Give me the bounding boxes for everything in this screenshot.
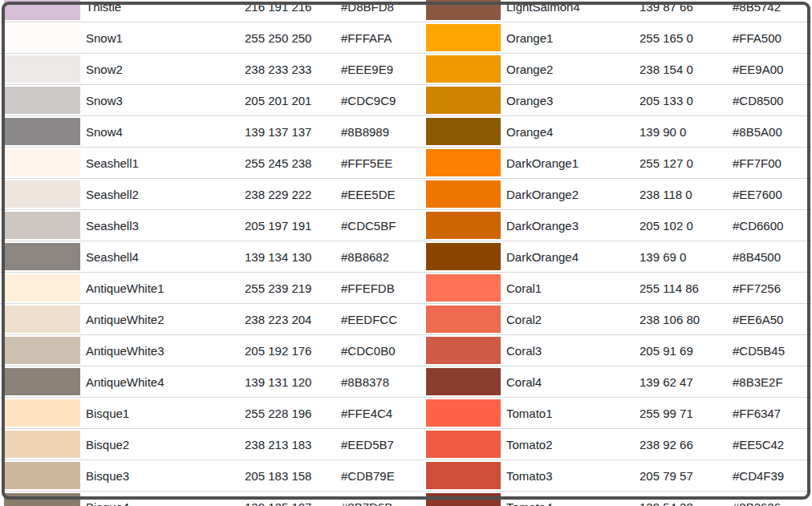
color-swatch [4,55,80,83]
color-rgb: 238 233 233 [239,54,335,85]
color-swatch [426,118,501,145]
color-swatch-cell [0,460,80,492]
table-row: Bisque4139 125 107#8B7D6BTomato4139 54 3… [0,492,812,506]
color-swatch [4,180,80,208]
color-rgb: 255 165 0 [634,22,727,54]
color-name: Coral1 [501,273,634,304]
color-swatch-cell [0,398,80,429]
color-swatch-cell [422,335,501,366]
color-swatch-cell [422,116,501,148]
color-swatch-cell [422,210,501,241]
color-hex: #CDB79E [335,460,422,492]
color-rgb: 255 245 238 [239,148,335,179]
color-swatch-cell [422,22,501,54]
color-rgb: 139 54 38 [634,492,727,506]
color-hex: #CDC5BF [335,210,422,241]
color-swatch [426,180,501,208]
color-name: Bisque1 [80,398,239,429]
color-hex: #CDC0B0 [335,335,422,366]
color-hex: #EEE9E9 [335,54,422,85]
color-swatch [4,118,80,145]
color-swatch [426,462,501,489]
color-swatch-cell [0,429,80,460]
color-swatch [4,274,80,302]
color-swatch-cell [422,179,501,210]
color-swatch [426,24,501,51]
color-swatch [426,243,501,270]
color-swatch [4,493,80,506]
color-swatch [426,306,501,333]
color-hex: #8B3E2F [727,366,812,398]
color-name: DarkOrange1 [501,148,634,179]
color-rgb: 205 133 0 [634,85,727,116]
color-swatch [426,212,501,239]
color-name: Orange1 [501,22,634,54]
table-row: Seashell4139 134 130#8B8682DarkOrange413… [0,241,812,273]
color-swatch [4,462,80,489]
color-swatch-cell [0,273,80,304]
color-swatch-cell [422,241,501,273]
color-name: LightSalmon4 [501,0,634,22]
color-swatch [4,368,80,395]
table-row: AntiqueWhite4139 131 120#8B8378Coral4139… [0,366,812,398]
table-row: Seashell1255 245 238#FFF5EEDarkOrange125… [0,148,812,179]
color-swatch [426,149,501,176]
color-name: Snow1 [80,22,239,54]
color-hex: #8B4500 [727,241,812,273]
color-swatch [426,0,501,20]
color-hex: #8B5A00 [727,116,812,148]
color-rgb: 238 154 0 [634,54,727,85]
color-hex: #8B7D6B [335,492,422,506]
table-row: Seashell3205 197 191#CDC5BFDarkOrange320… [0,210,812,241]
color-name: Bisque2 [80,429,239,460]
color-hex: #FFA500 [727,22,812,54]
color-name: Tomato4 [501,492,634,506]
color-rgb: 238 223 204 [239,304,335,335]
color-hex: #8B5742 [727,0,812,22]
color-swatch [426,337,501,364]
color-swatch [4,243,80,270]
color-swatch-cell [422,148,501,179]
color-rgb: 205 79 57 [634,460,727,492]
color-name: DarkOrange4 [501,241,634,273]
color-hex: #FF7256 [727,273,812,304]
color-name: Orange2 [501,54,634,85]
color-swatch-cell [422,398,501,429]
color-swatch [426,399,501,427]
color-rgb: 139 134 130 [239,241,335,273]
color-hex: #CD5B45 [727,335,812,366]
color-name: Snow2 [80,54,239,85]
table-row: Snow1255 250 250#FFFAFAOrange1255 165 0#… [0,22,812,54]
color-name: Tomato3 [501,460,634,492]
color-rgb: 238 118 0 [634,179,727,210]
color-rgb: 205 192 176 [239,335,335,366]
color-swatch-cell [422,304,501,335]
color-name: AntiqueWhite2 [80,304,239,335]
color-chart-screen: Thistle216 191 216#D8BFD8LightSalmon4139… [0,0,812,506]
color-name: Snow4 [80,116,239,148]
color-rgb: 205 201 201 [239,85,335,116]
color-rgb: 205 91 69 [634,335,727,366]
color-hex: #EEDFCC [335,304,422,335]
color-swatch-cell [0,241,80,273]
table-row: Seashell2238 229 222#EEE5DEDarkOrange223… [0,179,812,210]
color-name: Seashell3 [80,210,239,241]
color-swatch [4,337,80,364]
color-rgb: 139 125 107 [239,492,335,506]
table-row: Thistle216 191 216#D8BFD8LightSalmon4139… [0,0,812,22]
color-rgb: 255 250 250 [239,22,335,54]
color-swatch-cell [0,366,80,398]
color-swatch-cell [422,85,501,116]
color-swatch [4,212,80,239]
color-hex: #FFE4C4 [335,398,422,429]
color-rgb: 216 191 216 [239,0,335,22]
table-row: Bisque1255 228 196#FFE4C4Tomato1255 99 7… [0,398,812,429]
color-swatch-cell [0,116,80,148]
color-name: AntiqueWhite4 [80,366,239,398]
color-swatch [426,55,501,83]
color-swatch-cell [0,210,80,241]
color-swatch-cell [422,492,501,506]
color-hex: #8B3626 [727,492,812,506]
color-rgb: 238 229 222 [239,179,335,210]
color-hex: #EE9A00 [727,54,812,85]
